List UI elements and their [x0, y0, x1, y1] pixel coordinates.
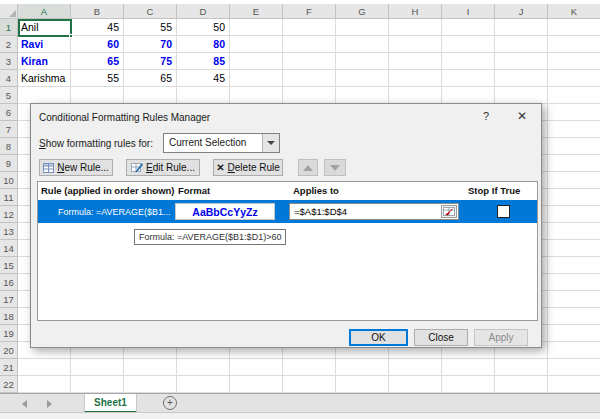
range-selector-button[interactable]: [441, 205, 457, 218]
cell-E2[interactable]: [230, 36, 283, 53]
rule-row-selected[interactable]: Formula: =AVERAGE($B1... AaBbCcYyZz =$A$…: [38, 200, 537, 223]
cell-D3[interactable]: 85: [177, 53, 230, 70]
cell-E1[interactable]: [230, 19, 283, 36]
row-header-19[interactable]: 19: [0, 325, 18, 342]
help-icon[interactable]: ?: [473, 106, 499, 126]
cell-G3[interactable]: [336, 53, 389, 70]
cell-G2[interactable]: [336, 36, 389, 53]
cell-I3[interactable]: [442, 53, 495, 70]
cell-K4[interactable]: [548, 70, 600, 87]
cell-K2[interactable]: [548, 36, 600, 53]
cell-E3[interactable]: [230, 53, 283, 70]
cell-K17[interactable]: [548, 291, 600, 308]
cell-H22[interactable]: [389, 376, 442, 393]
column-header-d[interactable]: D: [177, 4, 230, 19]
cell-B5[interactable]: [71, 87, 124, 104]
column-header-j[interactable]: J: [495, 4, 548, 19]
cell-K5[interactable]: [548, 87, 600, 104]
cell-F3[interactable]: [283, 53, 336, 70]
row-header-22[interactable]: 22: [0, 376, 18, 393]
cell-E5[interactable]: [230, 87, 283, 104]
cell-D21[interactable]: [177, 359, 230, 376]
cell-K11[interactable]: [548, 189, 600, 206]
row-header-16[interactable]: 16: [0, 274, 18, 291]
column-header-k[interactable]: K: [548, 4, 600, 19]
cell-K20[interactable]: [548, 342, 600, 359]
stop-if-true-checkbox[interactable]: [497, 205, 510, 218]
cell-F22[interactable]: [283, 376, 336, 393]
row-header-11[interactable]: 11: [0, 189, 18, 206]
row-header-20[interactable]: 20: [0, 342, 18, 359]
row-header-6[interactable]: 6: [0, 104, 18, 121]
close-icon[interactable]: ✕: [509, 106, 535, 126]
cell-K6[interactable]: [548, 104, 600, 121]
cell-A1[interactable]: Anil: [18, 19, 71, 36]
cell-I22[interactable]: [442, 376, 495, 393]
cell-J1[interactable]: [495, 19, 548, 36]
cell-G21[interactable]: [336, 359, 389, 376]
cell-C4[interactable]: 65: [124, 70, 177, 87]
cell-C3[interactable]: 75: [124, 53, 177, 70]
next-sheet-icon[interactable]: [47, 400, 52, 408]
column-header-e[interactable]: E: [230, 4, 283, 19]
row-header-12[interactable]: 12: [0, 206, 18, 223]
cell-D4[interactable]: 45: [177, 70, 230, 87]
cell-G4[interactable]: [336, 70, 389, 87]
cell-J4[interactable]: [495, 70, 548, 87]
cell-D1[interactable]: 50: [177, 19, 230, 36]
cell-F2[interactable]: [283, 36, 336, 53]
show-rules-dropdown[interactable]: Current Selection: [163, 133, 280, 153]
cell-K18[interactable]: [548, 308, 600, 325]
cell-I21[interactable]: [442, 359, 495, 376]
cell-K1[interactable]: [548, 19, 600, 36]
cell-K16[interactable]: [548, 274, 600, 291]
cell-F5[interactable]: [283, 87, 336, 104]
cell-K14[interactable]: [548, 240, 600, 257]
cell-F4[interactable]: [283, 70, 336, 87]
cell-K22[interactable]: [548, 376, 600, 393]
cell-G1[interactable]: [336, 19, 389, 36]
move-rule-up-button[interactable]: [298, 159, 318, 176]
prev-sheet-icon[interactable]: [22, 400, 27, 408]
row-header-9[interactable]: 9: [0, 155, 18, 172]
row-header-4[interactable]: 4: [0, 70, 18, 87]
cell-E22[interactable]: [230, 376, 283, 393]
applies-to-input[interactable]: =$A$1:$D$4: [289, 203, 459, 220]
cell-K13[interactable]: [548, 223, 600, 240]
cell-A2[interactable]: Ravi: [18, 36, 71, 53]
column-header-a[interactable]: A: [18, 4, 71, 19]
cell-D2[interactable]: 80: [177, 36, 230, 53]
cell-H1[interactable]: [389, 19, 442, 36]
row-header-2[interactable]: 2: [0, 36, 18, 53]
cell-K21[interactable]: [548, 359, 600, 376]
cell-A3[interactable]: Kiran: [18, 53, 71, 70]
cell-G5[interactable]: [336, 87, 389, 104]
cell-J22[interactable]: [495, 376, 548, 393]
column-header-f[interactable]: F: [283, 4, 336, 19]
cell-H2[interactable]: [389, 36, 442, 53]
cell-C22[interactable]: [124, 376, 177, 393]
select-all-button[interactable]: [0, 4, 18, 19]
row-header-14[interactable]: 14: [0, 240, 18, 257]
cell-A4[interactable]: Karishma: [18, 70, 71, 87]
cell-C1[interactable]: 55: [124, 19, 177, 36]
cell-D5[interactable]: [177, 87, 230, 104]
cell-E21[interactable]: [230, 359, 283, 376]
cell-I1[interactable]: [442, 19, 495, 36]
cell-A21[interactable]: [18, 359, 71, 376]
cell-C21[interactable]: [124, 359, 177, 376]
row-header-3[interactable]: 3: [0, 53, 18, 70]
cell-K8[interactable]: [548, 138, 600, 155]
cell-K3[interactable]: [548, 53, 600, 70]
row-header-5[interactable]: 5: [0, 87, 18, 104]
column-header-b[interactable]: B: [71, 4, 124, 19]
cell-K15[interactable]: [548, 257, 600, 274]
apply-button[interactable]: Apply: [474, 329, 528, 346]
cell-B21[interactable]: [71, 359, 124, 376]
cell-J2[interactable]: [495, 36, 548, 53]
cell-H4[interactable]: [389, 70, 442, 87]
cell-K19[interactable]: [548, 325, 600, 342]
row-header-15[interactable]: 15: [0, 257, 18, 274]
close-button[interactable]: Close: [414, 329, 468, 346]
cell-I4[interactable]: [442, 70, 495, 87]
